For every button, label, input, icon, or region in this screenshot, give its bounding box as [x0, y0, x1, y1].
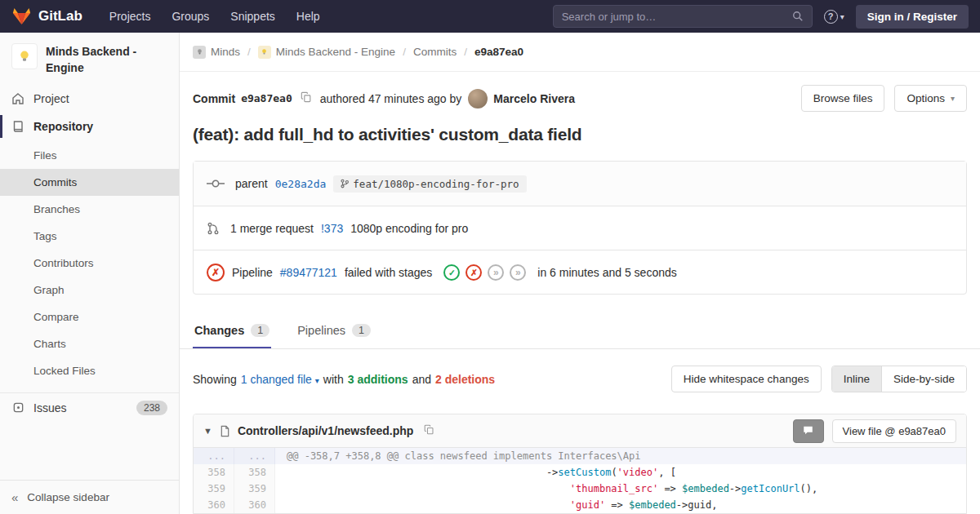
browse-files-button[interactable]: Browse files	[801, 85, 885, 112]
sidebar-subitem-tags[interactable]: Tags	[0, 223, 179, 250]
collapse-sidebar-label: Collapse sidebar	[27, 491, 109, 503]
sidebar-project-link[interactable]: Minds Backend - Engine	[0, 33, 179, 85]
file-path-link[interactable]: Controllers/api/v1/newsfeed.php	[238, 424, 414, 437]
breadcrumb-separator: /	[464, 46, 467, 58]
sidebar-item-label: Project	[33, 92, 69, 105]
tab-changes-label: Changes	[194, 324, 244, 337]
author-avatar[interactable]	[468, 89, 488, 109]
inline-view-button[interactable]: Inline	[832, 366, 881, 392]
brand-name: GitLab	[38, 8, 82, 24]
breadcrumb-project-label: Minds Backend - Engine	[276, 46, 395, 58]
breadcrumb-current-sha: e9a87ea0	[474, 46, 523, 58]
breadcrumb-group[interactable]: Minds	[193, 46, 240, 59]
view-file-button[interactable]: View file @ e9a87ea0	[832, 419, 956, 443]
author-name[interactable]: Marcelo Rivera	[493, 92, 575, 105]
pipeline-label: Pipeline	[232, 266, 273, 279]
help-icon: ?	[824, 10, 838, 24]
copy-icon	[301, 91, 312, 105]
merge-request-link[interactable]: !373	[321, 222, 343, 235]
sidebar-item-issues[interactable]: Issues 238	[0, 392, 179, 423]
sidebar-subitem-compare[interactable]: Compare	[0, 304, 179, 330]
new-line-number[interactable]: 358	[234, 464, 275, 481]
authored-text: authored 47 minutes ago by	[320, 92, 462, 105]
sidebar-subitem-charts[interactable]: Charts	[0, 330, 179, 357]
copy-path-button[interactable]	[422, 423, 436, 439]
help-dropdown[interactable]: ? ▾	[824, 10, 844, 24]
diff-code: ... ... @@ -358,7 +358,8 @@ class newsfe…	[194, 448, 966, 513]
stage-skipped-icon[interactable]: »	[510, 264, 526, 281]
nav-item-snippets[interactable]: Snippets	[220, 0, 285, 33]
old-line-number[interactable]: 358	[194, 464, 234, 481]
issues-count-badge: 238	[136, 401, 167, 415]
new-line-number[interactable]: 359	[234, 481, 275, 497]
sidebar-subitem-locked-files[interactable]: Locked Files	[0, 357, 179, 384]
pipelines-count-badge: 1	[352, 324, 371, 337]
collapse-sidebar-button[interactable]: « Collapse sidebar	[0, 480, 179, 514]
nav-item-groups[interactable]: Groups	[161, 0, 220, 33]
merge-request-title: 1080p encoding for pro	[350, 222, 468, 235]
toggle-comments-button[interactable]	[793, 419, 824, 443]
main-content: Minds / Minds Backend - Engine / Commits…	[180, 33, 980, 514]
breadcrumb-project[interactable]: Minds Backend - Engine	[258, 46, 395, 59]
changed-files-dropdown[interactable]: 1 changed file ▾	[241, 373, 319, 386]
breadcrumb-commits[interactable]: Commits	[413, 46, 457, 58]
code-text: 'guid' => $embeded->guid,	[275, 497, 966, 513]
stage-passed-icon[interactable]: ✓	[443, 264, 460, 281]
sidebar-subitem-commits[interactable]: Commits	[0, 169, 179, 196]
diff-stats-bar: Showing 1 changed file ▾ with 3 addition…	[180, 349, 980, 404]
issues-icon	[11, 401, 24, 414]
sidebar-subitem-files[interactable]: Files	[0, 142, 179, 169]
old-line-number[interactable]: 359	[194, 481, 234, 497]
old-line-number[interactable]: ...	[194, 448, 234, 464]
sidebar-subitem-graph[interactable]: Graph	[0, 277, 179, 304]
repository-submenu: Files Commits Branches Tags Contributors…	[0, 140, 179, 388]
tab-pipelines[interactable]: Pipelines 1	[296, 312, 372, 348]
main-menu: Projects Groups Snippets Help	[99, 0, 331, 33]
breadcrumb-group-label: Minds	[211, 46, 240, 58]
side-by-side-view-button[interactable]: Side-by-side	[881, 366, 966, 392]
sidebar-subitem-branches[interactable]: Branches	[0, 196, 179, 223]
commit-sha: e9a87ea0	[241, 92, 292, 104]
tab-changes[interactable]: Changes 1	[193, 312, 271, 348]
sidebar-subitem-contributors[interactable]: Contributors	[0, 250, 179, 277]
sidebar-item-project[interactable]: Project	[0, 85, 179, 113]
commit-meta-row: Commit e9a87ea0 authored 47 minutes ago …	[180, 72, 980, 118]
project-avatar	[11, 43, 38, 69]
changed-files-label: 1 changed file	[241, 373, 312, 386]
search-input[interactable]	[562, 11, 792, 23]
nav-item-projects[interactable]: Projects	[99, 0, 162, 33]
copy-sha-button[interactable]	[299, 90, 314, 107]
sidebar-item-repository[interactable]: Repository	[0, 113, 179, 140]
breadcrumb: Minds / Minds Backend - Engine / Commits…	[180, 33, 980, 72]
pipeline-duration: in 6 minutes and 5 seconds	[537, 266, 676, 279]
nav-item-help[interactable]: Help	[286, 0, 331, 33]
global-search[interactable]	[553, 5, 813, 28]
chevron-down-icon: ▾	[951, 94, 955, 103]
branch-ref-chip[interactable]: feat/1080p-encoding-for-pro	[333, 175, 526, 193]
gitlab-home-link[interactable]: GitLab	[11, 7, 82, 26]
merge-request-text: 1 merge request	[230, 222, 314, 235]
search-icon	[792, 11, 804, 22]
sign-in-button[interactable]: Sign in / Register	[856, 5, 969, 29]
pipeline-id-link[interactable]: #89477121	[280, 266, 337, 279]
file-diff-block: ▼ Controllers/api/v1/newsfeed.php	[193, 414, 967, 514]
old-line-number[interactable]: 360	[194, 497, 234, 513]
code-text: 'thumbnail_src' => $embeded->getIconUrl(…	[275, 481, 966, 497]
stage-failed-icon[interactable]: ✗	[466, 264, 482, 281]
options-dropdown-button[interactable]: Options ▾	[894, 85, 967, 112]
hide-whitespace-button[interactable]: Hide whitespace changes	[671, 366, 822, 392]
sidebar-item-label: Issues	[33, 401, 66, 414]
diff-line: 358 358 ->setCustom('video', [	[194, 464, 966, 481]
stage-skipped-icon[interactable]: »	[488, 264, 504, 281]
parent-row: parent 0e28a2da feat/1080p-encoding-for-…	[194, 162, 966, 206]
breadcrumb-commits-label: Commits	[413, 46, 457, 58]
collapse-diff-chevron-icon[interactable]: ▼	[203, 426, 212, 436]
deletions-count: 2 deletions	[435, 373, 495, 386]
new-line-number[interactable]: ...	[234, 448, 275, 464]
new-line-number[interactable]: 360	[234, 497, 275, 513]
tab-pipelines-label: Pipelines	[297, 324, 345, 337]
parent-sha-link[interactable]: 0e28a2da	[275, 178, 327, 190]
merge-request-row: 1 merge request !373 1080p encoding for …	[194, 206, 966, 250]
diff-hunk-line: ... ... @@ -358,7 +358,8 @@ class newsfe…	[194, 448, 966, 464]
additions-count: 3 additions	[348, 373, 408, 386]
